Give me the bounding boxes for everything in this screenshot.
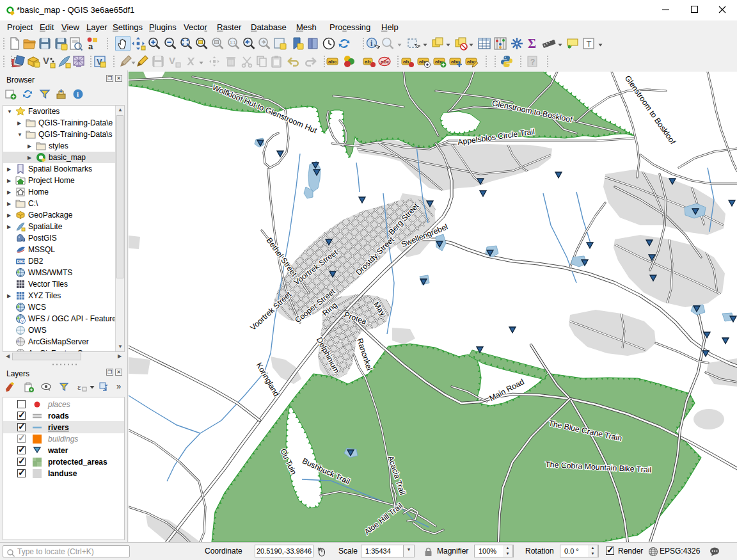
svg-text:ab: ab xyxy=(403,59,409,65)
svg-text:T: T xyxy=(587,39,592,49)
svg-text:ε: ε xyxy=(77,382,81,392)
svg-text:V: V xyxy=(43,55,49,66)
svg-text:DB2: DB2 xyxy=(17,259,26,264)
svg-text:V: V xyxy=(21,319,24,323)
svg-text:a: a xyxy=(88,42,93,51)
svg-text:?: ? xyxy=(530,58,535,67)
svg-text:ab: ab xyxy=(365,59,370,65)
svg-text:abc: abc xyxy=(328,59,337,65)
svg-text:i: i xyxy=(77,90,79,98)
svg-text:V: V xyxy=(169,55,175,66)
svg-text:1:1: 1:1 xyxy=(230,40,236,45)
svg-text:abc: abc xyxy=(381,59,390,65)
svg-text:abc: abc xyxy=(451,59,460,65)
svg-text:Σ: Σ xyxy=(528,36,536,51)
